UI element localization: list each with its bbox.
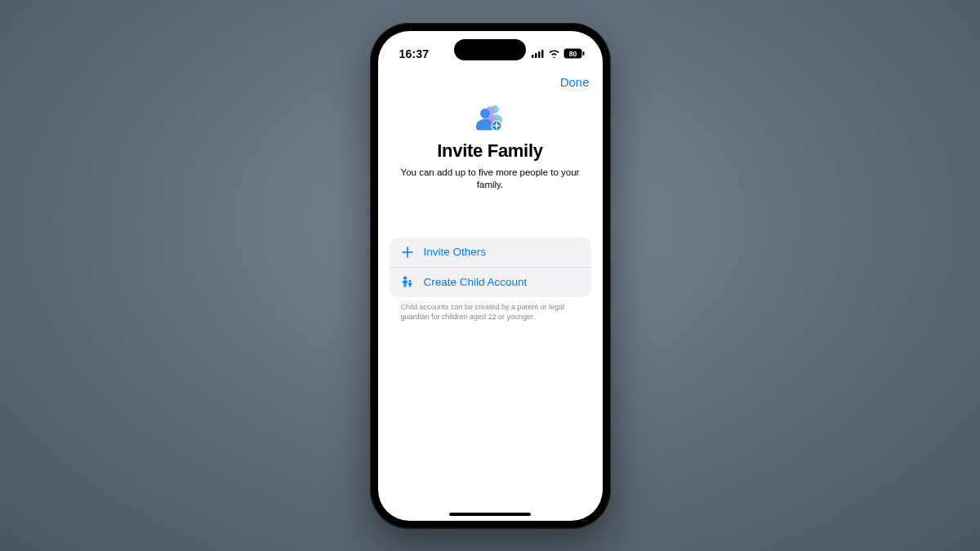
plus-icon: [401, 246, 414, 259]
invite-others-button[interactable]: Invite Others: [390, 238, 591, 267]
family-group-icon: [472, 103, 508, 132]
status-indicators: 80: [532, 48, 585, 59]
content-area: Invite Family You can add up to five mor…: [378, 96, 603, 521]
wifi-icon: [548, 49, 560, 58]
options-list: Invite Others Create Child Account: [390, 238, 591, 297]
svg-rect-1: [535, 53, 537, 58]
parent-child-icon: [401, 276, 414, 289]
svg-rect-2: [538, 51, 541, 58]
create-child-account-label: Create Child Account: [424, 276, 528, 288]
cellular-signal-icon: [532, 49, 545, 58]
svg-rect-0: [532, 55, 534, 58]
done-button[interactable]: Done: [560, 75, 590, 89]
footer-note: Child accounts can be created by a paren…: [390, 302, 591, 322]
phone-screen: 16:37: [378, 31, 603, 521]
svg-point-11: [403, 277, 407, 280]
page-subtitle: You can add up to five more people to yo…: [390, 167, 591, 192]
svg-rect-3: [541, 50, 544, 58]
nav-bar: Done: [378, 69, 603, 96]
create-child-account-button[interactable]: Create Child Account: [390, 267, 591, 297]
invite-others-label: Invite Others: [424, 246, 487, 258]
status-time: 16:37: [399, 47, 430, 60]
dynamic-island: [454, 39, 526, 60]
svg-point-8: [480, 109, 490, 118]
home-indicator[interactable]: [449, 513, 531, 516]
battery-level-text: 80: [568, 50, 577, 58]
page-title: Invite Family: [437, 140, 542, 162]
battery-icon: 80: [564, 48, 585, 59]
phone-frame: 16:37: [370, 23, 611, 529]
svg-rect-5: [582, 51, 584, 56]
svg-point-12: [409, 280, 412, 282]
